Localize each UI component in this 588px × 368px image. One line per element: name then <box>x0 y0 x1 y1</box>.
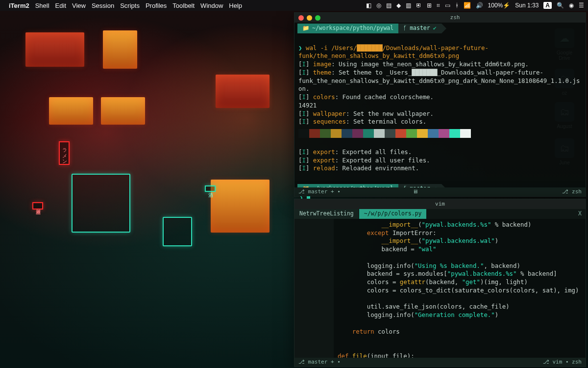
git-branch-icon: ᚶ <box>403 25 407 32</box>
traffic-lights[interactable] <box>298 15 320 21</box>
color-swatch <box>395 129 406 138</box>
window-titlebar[interactable]: vim <box>294 199 586 209</box>
vim-buffer[interactable]: __import__("pywal.backends.%s" % backend… <box>334 219 586 358</box>
status-left: ⎇ master + • <box>298 359 341 366</box>
vim-tab-netrw[interactable]: NetrwTreeListing <box>294 209 359 219</box>
tray-icon[interactable]: ⌗ <box>437 2 440 9</box>
check-icon: ✔ <box>433 25 437 32</box>
tray-icon[interactable]: ▥ <box>406 2 411 9</box>
color-swatch <box>439 129 449 138</box>
clock[interactable]: Sun 1:33 <box>515 2 539 9</box>
display-icon: 🖥 <box>413 188 418 196</box>
color-swatch <box>428 129 439 138</box>
wifi-icon[interactable]: 📶 <box>464 2 471 9</box>
menu-toolbelt[interactable]: Toolbelt <box>172 2 195 9</box>
battery-status[interactable]: 100% ⚡ <box>488 2 511 9</box>
color-swatch <box>320 129 331 138</box>
command-line: wal -i /Users/███████/Downloads/wall-pap… <box>298 44 489 60</box>
color-swatch <box>352 129 363 138</box>
menu-session[interactable]: Session <box>92 2 114 9</box>
minimize-icon[interactable] <box>307 15 312 21</box>
tmux-statusbar: ⎇ master + • ⎇ vim • zsh <box>294 358 586 367</box>
menu-view[interactable]: View <box>72 2 86 9</box>
tray-icon[interactable]: ⊞ <box>427 2 432 9</box>
tray-icon[interactable]: ◎ <box>376 2 381 9</box>
input-source-indicator[interactable]: A <box>543 2 552 9</box>
window-title: zsh <box>328 14 582 22</box>
vim-tab-active[interactable]: ~/w/p/p/colors.py <box>359 209 427 219</box>
status-right: ⎇ vim • zsh <box>543 359 582 366</box>
zoom-icon[interactable] <box>315 15 320 21</box>
status-left: ⎇ master + • <box>298 188 341 196</box>
color-swatch <box>309 129 320 138</box>
color-swatch <box>460 129 471 138</box>
notification-center-icon[interactable]: ☰ <box>579 2 584 9</box>
color-swatch <box>331 129 342 138</box>
vim-tabline[interactable]: NetrwTreeListing ~/w/p/p/colors.py X <box>294 209 586 219</box>
tray-icon[interactable]: ▤ <box>386 2 392 9</box>
prompt-powerline: 📁~/workspace/python/pywal ᚶmaster✔ <box>297 24 583 33</box>
close-icon[interactable] <box>298 15 304 21</box>
menu-edit[interactable]: Edit <box>55 2 66 9</box>
desktop[interactable]: 居酒屋 ラメン 酒 ☁︎ Google Drive 🗂 oz 🗂 August … <box>0 11 588 368</box>
spotlight-icon[interactable]: 🔍 <box>557 2 564 9</box>
bluetooth-icon[interactable]: ᚼ <box>455 2 459 9</box>
active-app-name[interactable]: iTerm2 <box>9 2 29 9</box>
status-right: ⎇ zsh <box>562 188 582 196</box>
color-swatch <box>417 129 428 138</box>
color-swatch <box>449 129 460 138</box>
terminal-output[interactable]: ❯ wal -i /Users/███████/Downloads/wall-p… <box>294 34 586 184</box>
tmux-statusbar: ⎇ master + • 🖥 ⎇ zsh <box>294 187 586 196</box>
color-swatch <box>298 129 309 138</box>
color-swatch <box>385 129 395 138</box>
color-swatch <box>363 129 374 138</box>
menu-extras: ◧ ◎ ▤ ◆ ▥ ⛨ ⊞ ⌗ ▭ ᚼ 📶 🔊 100% ⚡ Sun 1:33 … <box>366 2 584 9</box>
menu-shell[interactable]: Shell <box>35 2 49 9</box>
window-title: vim <box>298 201 582 208</box>
menu-profiles[interactable]: Profiles <box>146 2 167 9</box>
tray-icon[interactable]: ⛨ <box>416 2 422 9</box>
menu-window[interactable]: Window <box>200 2 223 9</box>
vim-netrw-pane[interactable] <box>294 219 334 358</box>
color-swatch <box>342 129 352 138</box>
color-swatches <box>298 129 582 138</box>
menu-scripts[interactable]: Scripts <box>120 2 140 9</box>
tray-icon[interactable]: ◧ <box>366 2 371 9</box>
close-tab-icon[interactable]: X <box>574 210 586 218</box>
color-swatch <box>374 129 385 138</box>
siri-icon[interactable]: ◉ <box>569 2 574 9</box>
menu-help[interactable]: Help <box>229 2 242 9</box>
tray-icon[interactable]: ◆ <box>396 2 401 9</box>
volume-icon[interactable]: 🔊 <box>476 2 483 9</box>
terminal-pane-zsh[interactable]: zsh 📁~/workspace/python/pywal ᚶmaster✔ ❯… <box>294 12 586 197</box>
tray-icon[interactable]: ▭ <box>445 2 450 9</box>
window-titlebar[interactable]: zsh <box>294 13 586 23</box>
color-swatch <box>406 129 417 138</box>
folder-icon: 📁 <box>302 25 309 32</box>
terminal-pane-vim[interactable]: vim NetrwTreeListing ~/w/p/p/colors.py X… <box>294 199 586 367</box>
macos-menubar: iTerm2 ShellEditViewSessionScriptsProfil… <box>0 0 588 11</box>
